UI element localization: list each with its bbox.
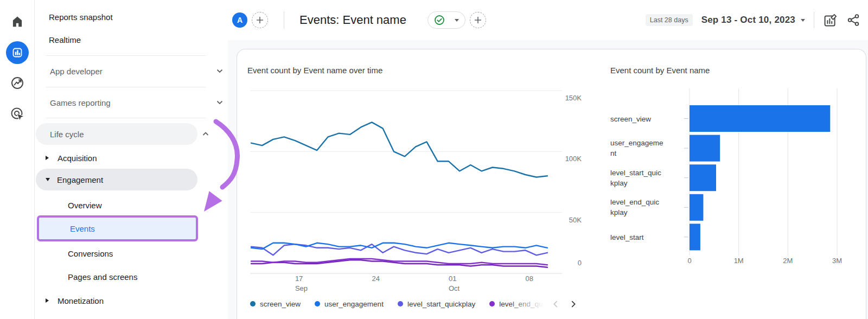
explore-icon[interactable] xyxy=(6,72,29,94)
x-axis-label: 01 xyxy=(449,275,456,283)
caret-right-icon xyxy=(46,298,49,303)
sidebar-item-label: Monetization xyxy=(58,296,104,305)
x-axis-sublabel: Oct xyxy=(449,284,460,292)
bar-category-label: level_start_quickplay xyxy=(610,168,683,188)
x-axis-label: 08 xyxy=(526,275,533,283)
y-axis-label: 150K xyxy=(565,94,582,102)
page-title: Events: Event name xyxy=(299,0,406,40)
plus-icon xyxy=(474,16,482,24)
legend-dot xyxy=(489,301,495,307)
legend-label: user_engagement xyxy=(324,300,384,308)
x-axis-label: 0 xyxy=(687,257,691,265)
sidebar-item-realtime[interactable]: Realtime xyxy=(49,28,81,51)
bar-user_engagement xyxy=(690,135,720,162)
sidebar-topic-engagement[interactable]: Engagement xyxy=(36,169,197,190)
divider xyxy=(46,118,206,118)
legend-dot xyxy=(398,301,403,307)
bar-category-label: user_engagement xyxy=(610,138,683,158)
share-icon[interactable] xyxy=(846,13,860,27)
sidebar-item-label: Games reporting xyxy=(50,98,111,107)
x-axis-label: 1M xyxy=(734,257,744,265)
legend-item-screen_view: screen_view xyxy=(250,300,301,308)
y-axis-label: 0 xyxy=(578,259,582,267)
sidebar-topic-monetization[interactable]: Monetization xyxy=(46,289,208,312)
reports-active-circle xyxy=(6,41,29,64)
line-chart: 150K100K50K017Sep2401Oct08 xyxy=(237,82,595,310)
engagement-row: Engagement xyxy=(46,168,197,191)
sidebar-report-events-selected[interactable]: Events xyxy=(37,215,198,241)
divider xyxy=(46,55,206,56)
legend-item-level_start_quickplay: level_start_quickplay xyxy=(398,300,475,308)
sidebar-item-reports-snapshot[interactable]: Reports snapshot xyxy=(49,5,113,28)
sidebar-item-label: App developer xyxy=(50,67,103,76)
customize-report-icon[interactable] xyxy=(823,13,838,28)
date-preset-chip: Last 28 days xyxy=(646,14,693,26)
divider xyxy=(284,11,284,29)
reports-icon[interactable] xyxy=(6,41,29,64)
avatar-letter: A xyxy=(237,16,242,24)
legend-dot xyxy=(315,301,320,307)
legend-next-button[interactable] xyxy=(568,298,579,309)
sidebar-collection-app-developer[interactable]: App developer xyxy=(50,60,224,82)
bar-level_start_quickplay xyxy=(690,164,716,191)
legend-label: screen_view xyxy=(260,300,301,308)
report-status-pill[interactable] xyxy=(427,11,465,29)
line-chart-title: Event count by Event name over time xyxy=(247,66,382,75)
sidebar-item-label: Conversions xyxy=(68,249,113,258)
x-axis-sublabel: Sep xyxy=(295,284,308,292)
comparison-avatar[interactable]: A xyxy=(232,12,247,28)
caret-right-icon xyxy=(46,156,49,160)
line-series-screen_view xyxy=(251,122,547,177)
x-axis-label: 24 xyxy=(372,275,379,283)
caret-down-icon[interactable] xyxy=(801,19,805,22)
caret-down-icon xyxy=(46,178,50,181)
date-range-selector[interactable]: Sep 13 - Oct 10, 2023 xyxy=(701,15,795,25)
sidebar-report-pages-screens[interactable]: Pages and screens xyxy=(68,265,137,288)
y-axis-label: 50K xyxy=(569,216,582,224)
sidebar-item-label: Life cycle xyxy=(50,130,84,139)
sidebar-item-label: Overview xyxy=(68,201,102,210)
sidebar-report-conversions[interactable]: Conversions xyxy=(68,242,113,265)
report-card: Event count by Event name over time Even… xyxy=(237,49,866,319)
sidebar-topic-acquisition[interactable]: Acquisition xyxy=(46,146,208,169)
chevron-down-icon xyxy=(216,100,223,105)
sidebar-collection-life-cycle[interactable]: Life cycle xyxy=(36,123,197,145)
bar-category-label: level_end_quickplay xyxy=(610,197,683,218)
sidebar-item-label: Pages and screens xyxy=(68,272,137,282)
nav-rail xyxy=(0,0,35,319)
bar-level_end_quickplay xyxy=(690,194,703,221)
sidebar-collection-games-reporting[interactable]: Games reporting xyxy=(50,91,224,114)
y-axis-label: 100K xyxy=(565,155,582,163)
sidebar-item-label: Reports snapshot xyxy=(49,12,113,22)
legend-item-user_engagement: user_engagement xyxy=(315,300,384,308)
bar-category-label: level_start xyxy=(610,232,683,242)
divider xyxy=(46,87,206,87)
plus-icon xyxy=(256,16,264,24)
bar-screen_view xyxy=(690,105,830,132)
divider xyxy=(814,12,814,28)
advertising-icon[interactable] xyxy=(6,103,29,125)
caret-down-icon xyxy=(455,19,459,22)
legend-prev-button xyxy=(550,298,560,309)
header-right-cluster: Last 28 days Sep 13 - Oct 10, 2023 xyxy=(646,0,860,40)
chevron-up-icon xyxy=(202,132,209,136)
chart-legend: screen_viewuser_engagementlevel_start_qu… xyxy=(250,297,547,310)
x-axis-label: 17 xyxy=(295,275,303,283)
sidebar-item-label: Events xyxy=(70,224,95,233)
add-comparison-button[interactable] xyxy=(252,12,268,28)
x-axis-label: 3M xyxy=(832,257,842,265)
verified-check-icon xyxy=(434,15,445,25)
bar-chart-title: Event count by Event name xyxy=(610,66,710,75)
life-cycle-row: Life cycle xyxy=(50,123,210,145)
sidebar-item-label: Engagement xyxy=(57,175,103,184)
add-report-tab-button[interactable] xyxy=(470,12,486,28)
line-series-level_start_quickplay xyxy=(251,244,547,255)
report-nav-sidebar: Reports snapshot Realtime App developer … xyxy=(35,0,228,319)
x-axis-label: 2M xyxy=(783,257,793,265)
report-header: A Events: Event name Last 28 days Sep 13… xyxy=(228,0,868,40)
home-icon[interactable] xyxy=(6,10,29,33)
sidebar-item-label: Acquisition xyxy=(58,154,97,163)
chevron-down-icon xyxy=(216,69,223,73)
sidebar-report-overview[interactable]: Overview xyxy=(68,194,102,216)
bar-level_start xyxy=(690,224,700,250)
